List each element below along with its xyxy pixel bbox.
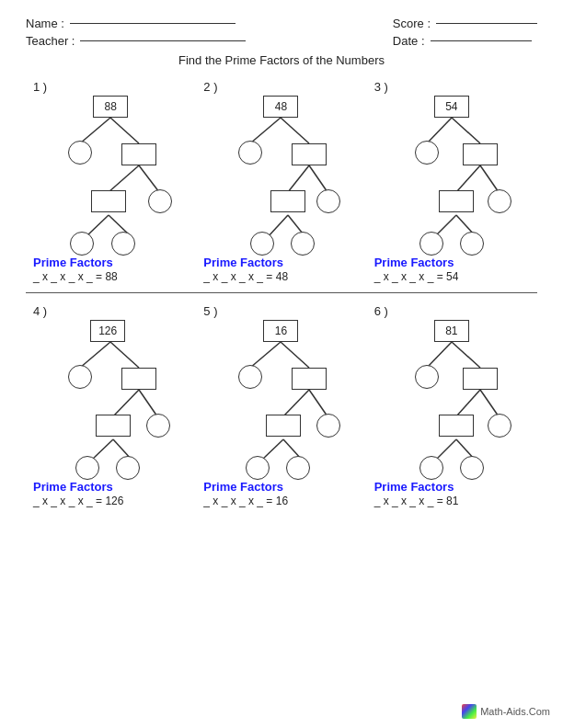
node-3-l4-right xyxy=(460,232,484,256)
prime-equation-5: _ x _ x _ x _ = 16 xyxy=(203,495,288,507)
header-right: Score : Date : xyxy=(393,17,537,48)
node-3-l2-left xyxy=(415,141,439,165)
prime-equation-1: _ x _ x _ x _ = 88 xyxy=(33,270,118,283)
node-4-l3-left xyxy=(96,415,131,437)
problem-6: 6 ) 81 Prime Factors _ x _ x xyxy=(367,299,537,511)
teacher-line: Teacher : xyxy=(26,34,246,48)
prime-equation-2: _ x _ x _ x _ = 48 xyxy=(203,270,288,283)
svg-line-3 xyxy=(139,165,159,192)
date-label: Date : xyxy=(393,34,425,48)
node-2-l3-right xyxy=(316,189,340,213)
svg-line-28 xyxy=(262,439,283,460)
problems-grid-row2: 4 ) 126 Prime Factors _ x _ xyxy=(26,299,537,511)
svg-line-8 xyxy=(288,165,309,192)
problem-1-number: 1 ) xyxy=(33,80,47,94)
svg-line-21 xyxy=(139,390,157,416)
svg-line-18 xyxy=(80,342,110,368)
svg-line-4 xyxy=(87,215,109,235)
node-5-l3-left xyxy=(266,415,301,437)
node-3-l2-right xyxy=(463,143,498,165)
node-6-l4-right xyxy=(460,456,484,480)
tree-2: 48 xyxy=(210,96,352,252)
svg-line-12 xyxy=(427,118,452,143)
node-88: 88 xyxy=(93,96,128,118)
node-126: 126 xyxy=(90,320,125,342)
svg-line-31 xyxy=(452,342,480,368)
date-line: Date : xyxy=(393,34,537,48)
node-48: 48 xyxy=(263,96,298,118)
tree-3: 54 xyxy=(381,96,523,252)
score-underline xyxy=(436,23,537,24)
prime-equation-6: _ x _ x _ x _ = 81 xyxy=(374,495,459,507)
prime-equation-4: _ x _ x _ x _ = 126 xyxy=(33,495,123,507)
svg-line-32 xyxy=(456,390,480,416)
node-4-l4-left xyxy=(75,456,99,480)
node-5-l4-right xyxy=(286,456,310,480)
teacher-label: Teacher : xyxy=(26,34,75,48)
svg-line-1 xyxy=(110,118,139,143)
tree-6: 81 xyxy=(381,320,523,476)
watermark: Math-Aids.Com xyxy=(462,704,550,719)
node-5-l4-left xyxy=(246,456,270,480)
score-label: Score : xyxy=(393,17,431,30)
node-6-l3-left xyxy=(439,415,474,437)
name-underline xyxy=(70,23,236,24)
problem-5-number: 5 ) xyxy=(203,304,217,318)
node-81: 81 xyxy=(434,320,469,342)
prime-equation-3: _ x _ x _ x _ = 54 xyxy=(374,270,459,283)
problem-2: 2 ) 48 Prime Factors _ x _ x xyxy=(196,74,366,287)
svg-line-22 xyxy=(92,439,113,460)
node-2-l4-right xyxy=(291,232,315,256)
node-1-l4-left xyxy=(70,232,94,256)
svg-line-14 xyxy=(456,165,480,192)
svg-line-6 xyxy=(250,118,281,143)
node-3-l4-left xyxy=(419,232,443,256)
problem-6-number: 6 ) xyxy=(374,304,388,318)
svg-line-25 xyxy=(281,342,309,368)
svg-line-24 xyxy=(250,342,281,368)
svg-line-26 xyxy=(283,390,309,416)
tree-1: 88 xyxy=(40,96,182,252)
svg-line-27 xyxy=(309,390,327,416)
node-3-l3-left xyxy=(439,190,474,212)
problem-4: 4 ) 126 Prime Factors _ x _ xyxy=(26,299,196,511)
node-6-l2-right xyxy=(463,368,498,390)
node-4-l2-left xyxy=(68,365,92,389)
header-left: Name : Teacher : xyxy=(26,17,246,48)
node-1-l2-left xyxy=(68,141,92,165)
svg-line-20 xyxy=(113,390,139,416)
divider xyxy=(26,292,537,293)
problem-3-number: 3 ) xyxy=(374,80,388,94)
svg-line-15 xyxy=(480,165,499,192)
problem-2-number: 2 ) xyxy=(203,80,217,94)
prime-label-1: Prime Factors xyxy=(33,256,113,269)
node-4-l3-right xyxy=(146,414,170,438)
header: Name : Teacher : Score : Date : xyxy=(26,17,537,48)
svg-line-16 xyxy=(436,215,456,235)
node-5-l2-right xyxy=(292,368,327,390)
watermark-text: Math-Aids.Com xyxy=(480,706,550,717)
node-5-l3-right xyxy=(316,414,340,438)
node-5-l2-left xyxy=(238,365,262,389)
problem-3: 3 ) 54 Prime Factors _ x _ x xyxy=(367,74,537,287)
problem-1: 1 ) 88 xyxy=(26,74,196,287)
node-2-l2-right xyxy=(292,143,327,165)
date-underline xyxy=(431,40,532,41)
svg-line-19 xyxy=(110,342,139,368)
svg-line-2 xyxy=(109,165,139,192)
node-54: 54 xyxy=(434,96,469,118)
node-6-l3-right xyxy=(488,414,511,438)
node-1-l2-right xyxy=(121,143,156,165)
node-16: 16 xyxy=(263,320,298,342)
node-1-l4-right xyxy=(111,232,135,256)
node-1-l3-right xyxy=(148,189,172,213)
node-1-l3-left xyxy=(91,190,126,212)
watermark-icon xyxy=(462,704,477,719)
name-line: Name : xyxy=(26,17,246,30)
svg-line-9 xyxy=(309,165,327,192)
svg-line-13 xyxy=(452,118,480,143)
prime-label-3: Prime Factors xyxy=(374,256,454,269)
svg-line-7 xyxy=(281,118,309,143)
prime-label-6: Prime Factors xyxy=(374,480,454,494)
svg-line-0 xyxy=(80,118,110,143)
